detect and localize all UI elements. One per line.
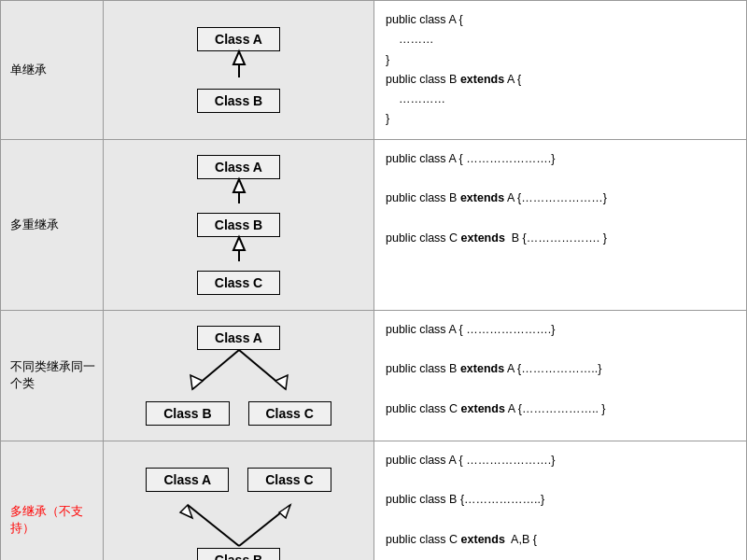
code-multilevel: public class A { ………………….} public class … xyxy=(374,139,747,310)
code-unsupported: public class A { ………………….} public class … xyxy=(374,441,747,560)
svg-marker-5 xyxy=(233,237,245,250)
svg-marker-9 xyxy=(275,375,288,389)
label-single: 单继承 xyxy=(1,1,104,140)
arrow-single xyxy=(230,51,248,89)
class-box-b-diff: Class B xyxy=(146,401,229,426)
diagram-single: Class A Class B xyxy=(104,1,374,140)
diagram-different: Class A Class B Class C xyxy=(104,310,374,441)
svg-marker-1 xyxy=(233,51,245,64)
arrow-multi-bc xyxy=(230,237,248,271)
class-box-c-diff: Class C xyxy=(248,401,331,426)
label-multilevel: 多重继承 xyxy=(1,139,104,310)
code-single: public class A { ……… } public class B ex… xyxy=(374,1,747,140)
label-different: 不同类继承同一个类 xyxy=(1,310,104,441)
svg-marker-7 xyxy=(190,375,203,389)
code-different: public class A { ………………….} public class … xyxy=(374,310,747,441)
class-box-c-multi: Class C xyxy=(197,271,280,295)
arrows-unsupported xyxy=(155,492,323,548)
diagram-multilevel: Class A Class B Class C xyxy=(104,139,374,310)
diagram-unsupported: Class A Class C Class B xyxy=(104,441,374,560)
label-unsupported: 多继承（不支持） xyxy=(1,441,104,560)
class-box-c-unsup: Class C xyxy=(247,468,331,492)
class-box-a-single: Class A xyxy=(197,27,280,51)
class-box-b-single: Class B xyxy=(197,89,280,113)
svg-marker-13 xyxy=(279,505,290,518)
class-box-b-unsup: Class B xyxy=(197,548,280,560)
class-box-a-diff: Class A xyxy=(197,326,280,350)
arrow-multi-ab xyxy=(230,179,248,213)
arrows-different xyxy=(164,350,314,401)
class-box-b-multi: Class B xyxy=(197,213,280,237)
class-box-a-unsup: Class A xyxy=(146,468,229,492)
svg-line-10 xyxy=(188,505,239,546)
svg-marker-3 xyxy=(233,179,245,192)
class-box-a-multi: Class A xyxy=(197,155,280,179)
